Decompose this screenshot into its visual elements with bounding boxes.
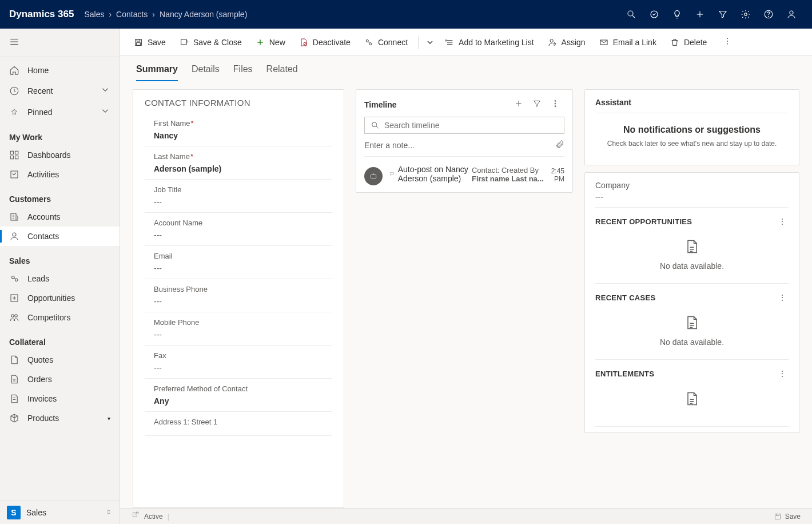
sidebar-item-orders[interactable]: Orders [0, 370, 120, 389]
popout-icon[interactable] [127, 511, 144, 521]
company-value[interactable]: --- [595, 192, 789, 208]
save-close-button[interactable]: Save & Close [174, 34, 248, 50]
svg-point-0 [628, 11, 633, 16]
delete-label: Delete [684, 38, 707, 47]
field-label: Address 1: Street 1 [154, 418, 332, 426]
field-fax[interactable]: Fax--- [145, 346, 332, 379]
field-value: Nancy [154, 131, 332, 140]
sidebar-item-label: Home [27, 66, 49, 75]
svg-rect-26 [137, 39, 140, 41]
field-value: --- [154, 297, 332, 306]
sidebar-item-label: Competitors [27, 313, 70, 322]
field-business-phone[interactable]: Business Phone--- [145, 279, 332, 312]
sidebar-item-home[interactable]: Home [0, 61, 120, 80]
tab-details[interactable]: Details [192, 64, 220, 81]
plus-icon[interactable] [688, 3, 711, 26]
more-commands-button[interactable] [718, 33, 737, 51]
sidebar-item-invoices[interactable]: Invoices [0, 389, 120, 408]
connect-label: Connect [378, 38, 408, 47]
field-account-name[interactable]: Account Name--- [145, 213, 332, 246]
delete-button[interactable]: Delete [664, 34, 713, 50]
sidebar-item-label: Recent [27, 86, 53, 96]
search-icon[interactable] [620, 3, 643, 26]
field-label: Email [154, 252, 332, 260]
tab-summary[interactable]: Summary [136, 64, 178, 81]
chat-icon [389, 169, 395, 178]
related-more-button[interactable]: ⋮ [776, 216, 789, 227]
no-data: No data available. [595, 227, 789, 284]
field-mobile-phone[interactable]: Mobile Phone--- [145, 312, 332, 346]
field-label: Last Name* [154, 152, 332, 161]
timeline-more-button[interactable] [546, 97, 564, 112]
timeline-search[interactable] [364, 117, 564, 134]
hamburger-icon[interactable] [0, 29, 120, 57]
status-save-button[interactable]: Save [769, 513, 805, 521]
filter-icon[interactable] [711, 3, 734, 26]
assign-button[interactable]: Assign [542, 34, 591, 50]
field-email[interactable]: Email--- [145, 246, 332, 279]
lightbulb-icon[interactable] [666, 3, 688, 26]
sidebar-item-recent[interactable]: Recent [0, 80, 120, 101]
breadcrumb-record[interactable]: Nancy Aderson (sample) [160, 10, 247, 19]
sidebar-item-dashboards[interactable]: Dashboards [0, 145, 120, 165]
breadcrumb-contacts[interactable]: Contacts [116, 10, 148, 19]
field-address-1-street-1[interactable]: Address 1: Street 1 [145, 412, 332, 436]
add-marketing-button[interactable]: Add to Marketing List [439, 34, 540, 50]
timeline-search-input[interactable] [384, 121, 558, 130]
connect-button[interactable]: Connect [359, 34, 413, 50]
timeline-add-button[interactable] [510, 97, 528, 112]
attachment-icon[interactable] [555, 140, 564, 150]
timeline-item[interactable]: Auto-post on Nancy Aderson (sample) Cont… [364, 157, 564, 185]
task-icon[interactable] [643, 3, 666, 26]
sidebar-item-products[interactable]: Products▾ [0, 408, 120, 428]
timeline-filter-button[interactable] [528, 97, 546, 112]
field-label: Job Title [154, 185, 332, 194]
deactivate-button[interactable]: Deactivate [293, 34, 356, 50]
chevron-down-icon [100, 85, 110, 97]
svg-point-48 [555, 103, 556, 104]
related-section: RECENT OPPORTUNITIES⋮No data available. [595, 208, 789, 284]
svg-rect-27 [137, 42, 141, 45]
tab-files[interactable]: Files [233, 64, 253, 81]
sidebar-item-quotes[interactable]: Quotes [0, 350, 120, 370]
field-job-title[interactable]: Job Title--- [145, 180, 332, 213]
svg-rect-16 [15, 156, 18, 159]
timeline-note-input[interactable]: Enter a note... [364, 140, 564, 157]
field-first-name[interactable]: First Name*Nancy [145, 113, 332, 146]
sidebar-item-competitors[interactable]: Competitors [0, 308, 120, 327]
sidebar-item-activities[interactable]: Activities [0, 165, 120, 184]
email-link-button[interactable]: Email a Link [594, 34, 662, 50]
svg-point-47 [555, 100, 556, 101]
add-marketing-label: Add to Marketing List [459, 38, 534, 47]
gear-icon[interactable] [734, 3, 757, 26]
related-more-button[interactable]: ⋮ [776, 368, 789, 379]
svg-line-32 [304, 42, 306, 45]
save-button[interactable]: Save [128, 34, 172, 50]
timeline-title: Timeline [364, 100, 397, 109]
sidebar-area-switcher[interactable]: S Sales [0, 501, 120, 524]
sidebar-item-leads[interactable]: Leads [0, 269, 120, 288]
sidebar-group-collateral: Collateral [0, 327, 120, 350]
app-header: Dynamics 365 Sales › Contacts › Nancy Ad… [0, 0, 812, 29]
svg-rect-13 [10, 151, 13, 154]
breadcrumb-sep: › [109, 10, 112, 19]
sidebar-item-pinned[interactable]: Pinned [0, 101, 120, 122]
sidebar-item-accounts[interactable]: Accounts [0, 207, 120, 227]
new-button[interactable]: New [250, 34, 291, 50]
connect-split-button[interactable] [423, 34, 437, 50]
user-icon[interactable] [780, 3, 803, 26]
related-card: Company --- RECENT OPPORTUNITIES⋮No data… [584, 172, 799, 433]
contact-info-title: CONTACT INFORMATION [145, 98, 332, 108]
related-more-button[interactable]: ⋮ [776, 292, 789, 303]
field-preferred-method-of-contact[interactable]: Preferred Method of ContactAny [145, 379, 332, 412]
field-last-name[interactable]: Last Name*Aderson (sample) [145, 146, 332, 180]
breadcrumb-sales[interactable]: Sales [84, 10, 104, 19]
svg-point-50 [372, 122, 377, 127]
svg-point-8 [790, 11, 793, 14]
svg-line-1 [632, 15, 635, 18]
contact-info-card: CONTACT INFORMATION First Name*NancyLast… [133, 89, 344, 508]
tab-related[interactable]: Related [266, 64, 298, 81]
sidebar-item-opportunities[interactable]: Opportunities [0, 288, 120, 308]
sidebar-item-contacts[interactable]: Contacts [0, 227, 120, 246]
help-icon[interactable] [757, 3, 780, 26]
